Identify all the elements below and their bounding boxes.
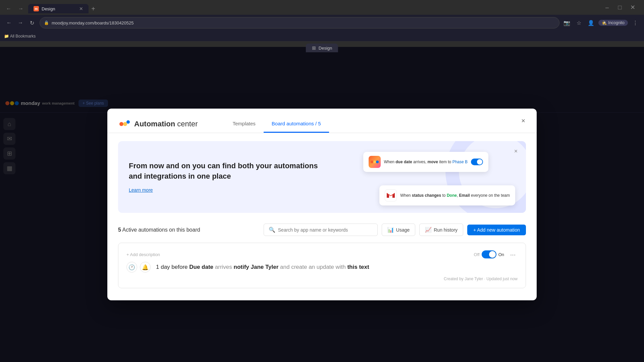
banner-card1-toggle[interactable] [471,159,483,165]
modal-title-automation: Automation [134,120,175,128]
maximize-button[interactable]: □ [615,3,625,12]
card2-end: , [457,193,459,198]
automation-text: 1 day before Due date arrives notify Jan… [156,263,518,272]
add-description-link[interactable]: + Add description [126,252,160,257]
tab-favicon: m [34,6,39,11]
tab-board-automations[interactable]: Board automations / 5 [264,115,329,133]
card2-last: everyone on the team [470,193,510,198]
incognito-label: Incognito [608,20,625,25]
card2-pre: When [400,193,412,198]
info-banner: From now and on you can find both your a… [118,141,526,213]
svg-point-7 [371,161,373,163]
browser-actions: 📷 ☆ 👤 🕵 Incognito ⋮ [562,18,640,27]
refresh-button[interactable]: ↻ [27,18,37,28]
incognito-hat-icon: 🕵 [602,20,607,25]
back-button[interactable]: ← [4,4,13,13]
auto-text-3: and create an update with [278,264,347,270]
design-tab-grid-icon: ⊞ [312,45,316,51]
svg-point-9 [376,161,379,163]
run-history-label: Run history [434,227,458,233]
automation-meta: Created by Jane Tyler · Updated just now [444,277,518,281]
card2-mid: to [441,193,447,198]
bookmarks-label[interactable]: 📁 All Bookmarks [4,34,36,39]
usage-button[interactable]: 📊 Usage [382,224,415,236]
automation-more-button[interactable]: ··· [508,250,518,259]
address-bar-row: ← → ↻ 🔒 moodjoy.monday.com/boards/183042… [0,15,644,31]
tab-bar: ← → m Design ✕ + – □ ✕ [0,0,644,15]
auto-text-1: 1 day before [156,264,189,270]
card1-pre: When [384,160,396,164]
learn-more-button[interactable]: Learn more [129,187,153,193]
modal-logo: Automation center [118,118,198,130]
section-title: 5 Active automations on this board [118,227,200,233]
card1-mid: arrives, [412,160,428,164]
profile-icon[interactable]: 👤 [586,18,596,27]
automation-modal: Automation center Templates Board automa… [107,109,537,300]
banner-card-monday-icon [369,156,381,168]
forward-nav-button[interactable]: → [15,18,25,28]
automation-icons: 🕐 🔔 [126,262,151,273]
modal-close-icon: × [521,117,525,125]
back-nav-button[interactable]: ← [4,18,14,28]
tab-close-button[interactable]: ✕ [79,6,83,11]
info-banner-visual: When due date arrives, move item to Phas… [354,152,515,202]
info-banner-text: From now and on you can find both your a… [129,161,323,193]
banner-heading-start: From now and on you can find both your [129,162,274,170]
minimize-button[interactable]: – [602,3,612,12]
banner-card-gmail-icon [385,189,397,201]
svg-point-4 [119,122,123,126]
banner-card1-text: When due date arrives, move item to Phas… [384,159,468,165]
forward-button[interactable]: → [16,4,25,13]
tab-board-automations-label: Board automations / 5 [272,121,321,126]
modal-close-button[interactable]: × [518,115,529,126]
monday-mini-logo [371,159,379,165]
automation-footer: Created by Jane Tyler · Updated just now [126,277,518,281]
add-automation-button[interactable]: + Add new automation [467,225,526,235]
modal-header: Automation center Templates Board automa… [107,109,537,133]
extensions-icon[interactable]: ⋮ [631,18,640,27]
banner-heading-mid: and [129,172,144,180]
incognito-badge: 🕵 Incognito [598,20,628,26]
star-icon[interactable]: ☆ [574,18,584,27]
banner-card-due-date: When due date arrives, move item to Phas… [363,152,488,172]
new-tab-button[interactable]: + [89,4,98,13]
toggle-on-label: On [498,252,504,257]
tab-templates-label: Templates [232,121,255,126]
automation-card-actions: Off On ··· [474,250,518,259]
card1-bold: due date [395,160,412,164]
banner-close-button[interactable]: × [511,146,521,156]
card2-bold: status changes [412,193,441,198]
window-controls: – □ ✕ [602,3,637,12]
tab-templates[interactable]: Templates [224,115,263,133]
card2-green: Done [447,193,457,198]
usage-label: Usage [396,227,410,233]
automation-content: 🕐 🔔 1 day before Due date arrives notify… [126,262,518,273]
card2-bold2: Email [459,193,470,198]
banner-heading-end: in one place [186,172,231,180]
bookmarks-bar: 📁 All Bookmarks [0,31,644,42]
url-text: moodjoy.monday.com/boards/1830420525 [52,20,134,25]
search-box: 🔍 [264,224,378,236]
auto-text-2: arrives [213,264,233,270]
design-tab-label: Design [319,46,332,51]
svg-point-5 [123,122,127,126]
add-automation-label: + Add new automation [473,227,520,233]
gmail-icon-svg [387,192,395,198]
banner-card-gmail: When status changes to Done, Email every… [379,185,515,205]
modal-tabs: Templates Board automations / 5 [224,115,329,133]
close-window-button[interactable]: ✕ [628,3,637,12]
search-input[interactable] [278,227,373,233]
banner-heading-bold1: automations [274,162,318,170]
no-camera-icon[interactable]: 📷 [562,18,572,27]
address-bar[interactable]: 🔒 moodjoy.monday.com/boards/1830420525 [40,17,559,28]
nav-back-forward: ← → [4,4,25,13]
automation-toggle[interactable] [482,250,496,258]
lock-icon: 🔒 [44,20,49,25]
active-tab[interactable]: m Design ✕ [28,4,89,13]
modal-overlay: Automation center Templates Board automa… [0,47,644,362]
automation-card-header: + Add description Off On ··· [126,250,518,259]
automation-clock-icon: 🕐 [126,262,137,273]
run-history-button[interactable]: 📈 Run history [419,224,463,236]
more-dots-icon: ··· [510,251,516,258]
toggle-off-label: Off [474,252,480,257]
